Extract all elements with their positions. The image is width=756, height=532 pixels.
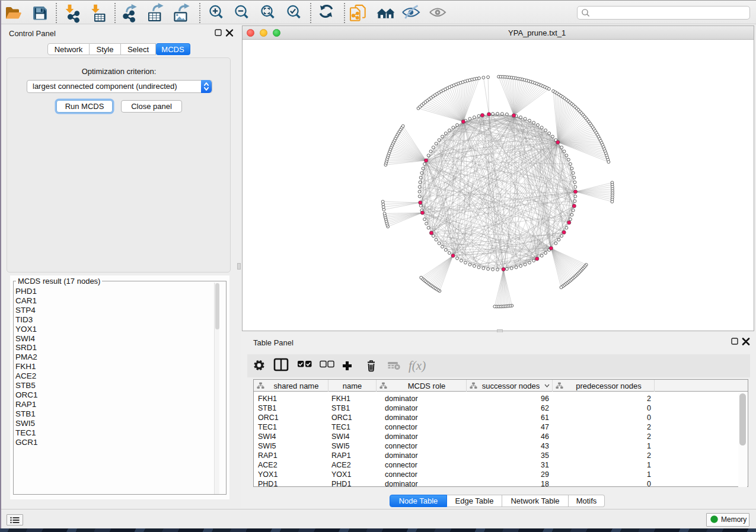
svg-text:f(x): f(x)	[409, 358, 426, 373]
